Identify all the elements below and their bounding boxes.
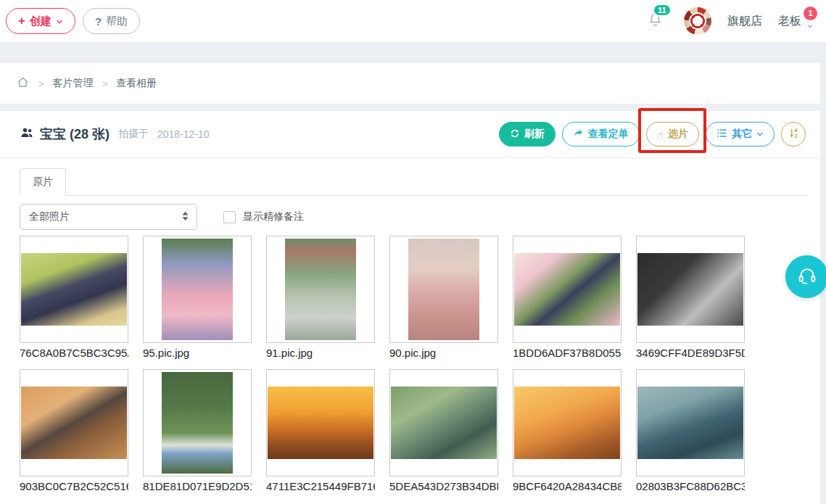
user-name: 老板 (778, 15, 801, 27)
album-card: 宝宝 (28 张) 拍摄于 2018-12-10 刷新 查看定单 ☝ 选片 (0, 111, 820, 504)
chevron-down-icon (56, 15, 63, 28)
photo-filename: 5DEA543D273B34DBD (389, 480, 498, 492)
help-button[interactable]: ? 帮助 (83, 8, 140, 34)
hand-pointer-icon: ☝ (657, 129, 664, 140)
refresh-button[interactable]: 刷新 (499, 122, 556, 146)
topbar-right: 11 旗舰店 老板 1 (643, 7, 811, 35)
breadcrumb-separator: > (38, 78, 44, 89)
photo-thumbnail[interactable] (143, 236, 252, 343)
users-icon (20, 125, 34, 143)
photo-thumbnail[interactable] (389, 236, 498, 343)
select-photos-button-label: 选片 (668, 128, 688, 141)
bell-icon (647, 18, 664, 30)
breadcrumb: > 客片管理 > 查看相册 (0, 63, 820, 104)
create-button[interactable]: + 创建 (6, 8, 75, 34)
photo-thumbnail[interactable] (636, 236, 745, 343)
topbar: + 创建 ? 帮助 11 旗舰店 老板 1 (0, 0, 826, 42)
breadcrumb-item-customer-photos[interactable]: 客片管理 (53, 77, 94, 90)
photo-cell: 91.pic.jpg (266, 236, 375, 359)
photo-image (514, 253, 620, 326)
photo-image (268, 387, 373, 459)
plus-icon: + (18, 14, 25, 28)
photo-thumbnail[interactable] (20, 369, 128, 476)
photo-image (637, 253, 743, 326)
photo-cell: 4711E3C215449FB716 (266, 369, 375, 492)
svg-text:Z: Z (794, 133, 797, 138)
help-button-label: 帮助 (106, 15, 128, 28)
notifications-button[interactable]: 11 (643, 9, 668, 34)
photo-filename: 1BDD6ADF37B8D0551 (513, 347, 621, 359)
headset-icon (796, 265, 818, 289)
photo-cell: 76C8A0B7C5BC3C95A (20, 236, 128, 359)
photo-image (637, 387, 743, 459)
caret-down-icon (807, 19, 813, 32)
photo-filename: 81DE81D071E9D2D51 (143, 480, 252, 492)
view-order-button[interactable]: 查看定单 (562, 122, 640, 146)
other-button[interactable]: 其它 (706, 122, 775, 146)
photo-thumbnail[interactable] (513, 236, 621, 343)
photo-image (21, 253, 127, 326)
view-order-button-label: 查看定单 (588, 128, 629, 141)
photo-grid: 76C8A0B7C5BC3C95A 95.pic.jpg 91.pic.jpg … (20, 236, 820, 492)
photo-cell: 1BDD6ADF37B8D0551 (513, 236, 621, 359)
photo-cell: 5DEA543D273B34DBD (389, 369, 498, 492)
photo-filename: 90.pic.jpg (389, 347, 498, 359)
breadcrumb-separator: > (102, 78, 108, 89)
avatar[interactable] (684, 7, 711, 35)
question-icon: ? (95, 15, 102, 28)
photo-filename: 76C8A0B7C5BC3C95A (20, 347, 128, 359)
photo-thumbnail[interactable] (636, 369, 745, 476)
tab-original-photos[interactable]: 原片 (20, 168, 66, 196)
support-button[interactable] (785, 255, 826, 298)
photo-filename: 4711E3C215449FB716 (266, 480, 375, 492)
photo-cell: 903BC0C7B2C52C5167 (20, 369, 128, 492)
photo-image (285, 239, 356, 340)
photo-thumbnail[interactable] (20, 236, 128, 343)
refresh-button-label: 刷新 (524, 128, 545, 141)
photo-filename: 903BC0C7B2C52C5167 (20, 480, 128, 492)
sort-button[interactable]: AZ (781, 122, 806, 146)
home-icon[interactable] (16, 75, 30, 91)
photo-cell: 90.pic.jpg (389, 236, 498, 359)
photo-filename: 91.pic.jpg (266, 347, 375, 359)
other-button-label: 其它 (732, 128, 752, 141)
show-retouch-notes-label: 显示精修备注 (243, 210, 304, 223)
chevron-down-icon (756, 128, 764, 140)
breadcrumb-item-view-album: 查看相册 (116, 77, 157, 90)
notification-count-badge: 11 (653, 4, 672, 17)
refresh-icon (510, 128, 520, 141)
photo-image (21, 387, 127, 459)
share-arrow-icon (573, 128, 584, 141)
photo-image (162, 239, 233, 340)
photo-thumbnail[interactable] (143, 369, 252, 476)
photo-filename: 9BCF6420A28434CB8E (513, 480, 621, 492)
photo-image (391, 387, 497, 459)
photo-thumbnail[interactable] (389, 369, 498, 476)
photo-cell: 02803B3FC88D62BC38 (636, 369, 745, 492)
sort-alpha-down-icon: AZ (788, 127, 800, 142)
photo-filter-value: 全部照片 (29, 210, 70, 223)
photo-cell: 3469CFF4DE89D3F5DA (636, 236, 745, 359)
list-icon (716, 128, 727, 141)
album-title: 宝宝 (28 张) 拍摄于 2018-12-10 (20, 125, 210, 143)
photo-cell: 95.pic.jpg (143, 236, 252, 359)
user-menu[interactable]: 老板 1 (778, 14, 811, 29)
store-name[interactable]: 旗舰店 (727, 14, 762, 29)
photo-image (408, 239, 479, 340)
photo-thumbnail[interactable] (513, 369, 621, 476)
album-name: 宝宝 (28 张) (40, 125, 110, 143)
shot-date: 2018-12-10 (157, 128, 210, 140)
photo-filename: 3469CFF4DE89D3F5DA (636, 347, 745, 359)
photo-thumbnail[interactable] (266, 236, 375, 343)
svg-text:A: A (794, 128, 798, 133)
show-retouch-notes-checkbox[interactable] (223, 211, 236, 223)
shot-prefix: 拍摄于 (118, 128, 149, 141)
photo-thumbnail[interactable] (266, 369, 375, 476)
photo-cell: 9BCF6420A28434CB8E (513, 369, 621, 492)
select-arrows-icon (181, 210, 189, 224)
select-photos-button[interactable]: ☝ 选片 (646, 122, 699, 146)
tab-bar: 原片 (20, 168, 806, 196)
album-header: 宝宝 (28 张) 拍摄于 2018-12-10 刷新 查看定单 ☝ 选片 (0, 111, 820, 158)
photo-filename: 95.pic.jpg (143, 347, 252, 359)
photo-filter-select[interactable]: 全部照片 (20, 204, 197, 230)
